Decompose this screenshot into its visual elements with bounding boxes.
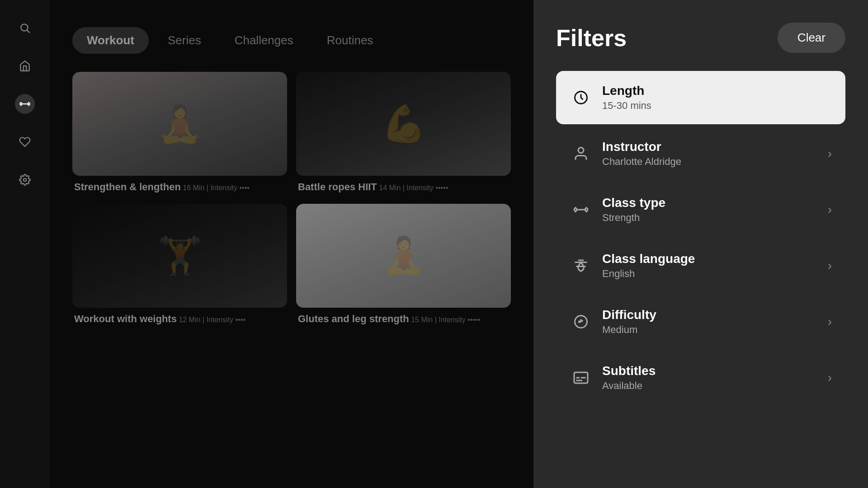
settings-icon[interactable] xyxy=(15,170,35,190)
filter-language-text: Class language English xyxy=(602,252,821,280)
svg-point-11 xyxy=(578,148,584,153)
filter-subtitles-label: Subtitles xyxy=(602,364,821,378)
filter-difficulty-label: Difficulty xyxy=(602,308,821,322)
filter-length-value: 15-30 mins xyxy=(602,100,832,112)
filter-subtitles-text: Subtitles Available xyxy=(602,364,821,392)
workout-icon[interactable] xyxy=(15,94,35,114)
subtitles-chevron-icon: › xyxy=(828,371,832,385)
filter-class-type[interactable]: Class type Strength › xyxy=(556,183,845,236)
class-type-icon xyxy=(570,198,592,221)
filter-length-label: Length xyxy=(602,84,832,98)
filter-language-label: Class language xyxy=(602,252,821,266)
svg-point-14 xyxy=(585,208,588,211)
filter-title: Filters xyxy=(556,24,627,52)
filter-difficulty-text: Difficulty Medium xyxy=(602,308,821,336)
filter-difficulty[interactable]: Difficulty Medium › xyxy=(556,295,845,348)
filter-instructor-label: Instructor xyxy=(602,140,821,154)
clear-button[interactable]: Clear xyxy=(778,23,845,53)
favorites-icon[interactable] xyxy=(15,132,35,152)
filter-instructor-value: Charlotte Aldridge xyxy=(602,156,821,168)
svg-point-4 xyxy=(28,103,30,105)
main-content: Workout Series Challenges Routines 🧘 Str… xyxy=(50,0,533,488)
difficulty-chevron-icon: › xyxy=(828,314,832,329)
svg-point-0 xyxy=(21,24,28,31)
filter-length-text: Length 15-30 mins xyxy=(602,84,832,112)
filter-language-value: English xyxy=(602,268,821,280)
filter-header: Filters Clear xyxy=(556,23,845,53)
filter-class-language[interactable]: Class language English › xyxy=(556,239,845,292)
filter-class-type-value: Strength xyxy=(602,212,821,224)
home-icon[interactable] xyxy=(15,56,35,76)
filter-length[interactable]: Length 15-30 mins xyxy=(556,71,845,124)
language-chevron-icon: › xyxy=(828,258,832,273)
svg-line-1 xyxy=(27,30,30,33)
search-icon[interactable] xyxy=(15,18,35,38)
filter-class-type-label: Class type xyxy=(602,196,821,210)
instructor-chevron-icon: › xyxy=(828,146,832,161)
filter-instructor[interactable]: Instructor Charlotte Aldridge › xyxy=(556,127,845,180)
svg-point-13 xyxy=(574,208,577,211)
filter-instructor-text: Instructor Charlotte Aldridge xyxy=(602,140,821,168)
difficulty-icon xyxy=(570,310,592,333)
filter-panel: Filters Clear Length 15-30 mins Instruct… xyxy=(533,0,868,488)
filter-class-type-text: Class type Strength xyxy=(602,196,821,224)
sidebar xyxy=(0,0,50,488)
filter-subtitles[interactable]: Subtitles Available › xyxy=(556,351,845,404)
filter-difficulty-value: Medium xyxy=(602,324,821,336)
subtitles-icon xyxy=(570,366,592,389)
filter-subtitles-value: Available xyxy=(602,380,821,392)
class-type-chevron-icon: › xyxy=(828,202,832,217)
svg-point-9 xyxy=(24,178,27,182)
clock-icon xyxy=(570,86,592,109)
overlay xyxy=(50,0,533,488)
instructor-icon xyxy=(570,142,592,165)
svg-point-3 xyxy=(20,103,22,105)
language-icon xyxy=(570,254,592,277)
